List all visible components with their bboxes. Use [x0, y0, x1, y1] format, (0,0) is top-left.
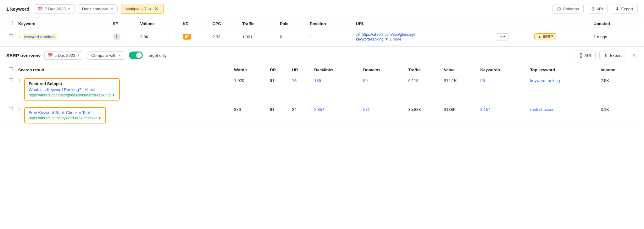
serp-row-words-1: 1,020 — [231, 75, 267, 104]
serp-row-checkbox — [6, 75, 16, 104]
export-icon: ⬇ — [615, 6, 619, 11]
header-traffic: Traffic — [240, 18, 277, 29]
serp-row-dr-1: 91 — [267, 75, 290, 104]
top-keyword-link-1[interactable]: keyword ranking — [530, 78, 560, 83]
serp-row-checkbox-2 — [6, 104, 16, 127]
header-cpc: CPC — [210, 18, 240, 29]
row-keyword: ✓ keyword rankings — [16, 29, 110, 45]
serp-results-table: Search result Words DR UR Backlinks Doma… — [6, 64, 638, 127]
row-traffic: 1,801 — [240, 29, 277, 45]
result-url-1: https://ahrefs.com/seo/glossary/keyword-… — [29, 93, 111, 97]
header-position: Position — [307, 18, 353, 29]
serp-select-all-checkbox[interactable] — [9, 67, 13, 71]
result-url-arrow-2[interactable]: ▼ — [98, 116, 102, 120]
serp-header-keywords: Keywords — [478, 64, 527, 75]
serp-row-traffic-1: 6,115 — [406, 75, 441, 104]
serp-row-backlinks-1: 185 — [312, 75, 360, 104]
serp-date-picker-button[interactable]: 📅 5 Dec 2023 ▼ — [44, 51, 83, 60]
serp-row-top-keyword-2: rank checker — [528, 104, 598, 127]
columns-button[interactable]: ⊞ Columns — [552, 4, 584, 14]
row-url: 🔗 https://ahrefs.com/seo/glossary/keywor… — [353, 29, 493, 45]
serp-header-checkbox — [6, 64, 16, 75]
serp-header-search-result: Search result — [16, 64, 231, 75]
serp-row-keywords-1: 96 — [478, 75, 527, 104]
api-button-serp[interactable]: {} API — [575, 51, 596, 60]
api-icon: {} — [591, 6, 594, 11]
api-button-top[interactable]: {} API — [587, 4, 608, 14]
serp-row-dr-2: 91 — [267, 104, 290, 127]
top-keyword-link-2[interactable]: rank checker — [530, 107, 553, 112]
serp-table-wrapper: Search result Words DR UR Backlinks Doma… — [0, 64, 644, 127]
header-keyword: Keyword — [16, 18, 110, 29]
result-url-arrow-1[interactable]: ▼ — [112, 93, 115, 97]
target-only-label: Target only — [147, 53, 167, 58]
dont-compare-button[interactable]: Don't compare ▼ — [78, 4, 118, 14]
serp-overview-title: SERP overview — [6, 53, 41, 58]
result-title-link-1[interactable]: What is a Keyword Ranking? - Ahrefs — [29, 87, 115, 92]
select-all-checkbox[interactable] — [9, 21, 13, 25]
export-button-top[interactable]: ⬇ Export — [611, 4, 638, 14]
serp-row-traffic-2: 85,838 — [406, 104, 441, 127]
row-paid: 0 — [277, 29, 307, 45]
trend-button[interactable]: ↗ ▼ — [496, 33, 508, 41]
close-multiple-urls-icon[interactable]: ✕ — [153, 6, 159, 12]
serp-header-traffic: Traffic — [406, 64, 441, 75]
serp-row-result-2: 4 Free Keyword Rank Checker Tool https:/… — [16, 104, 231, 127]
serp-header-ur: UR — [290, 64, 312, 75]
export-button-serp[interactable]: ⬇ Export — [599, 51, 626, 60]
header-paid: Paid — [277, 18, 307, 29]
more-results-link[interactable]: ▼ 1 more — [385, 37, 401, 41]
serp-header-dr: DR — [267, 64, 290, 75]
row-volume: 3.9K — [138, 29, 180, 45]
close-serp-button[interactable]: ✕ — [630, 52, 638, 59]
serp-row-volume-1: 2.5K — [598, 75, 638, 104]
serp-overview-bar: SERP overview 📅 5 Dec 2023 ▼ Compare wit… — [0, 46, 644, 64]
serp-row-domains-1: 99 — [361, 75, 406, 104]
trend-icon: ↗ — [499, 35, 502, 39]
serp-row-volume-2: 3.1K — [598, 104, 638, 127]
serp-header-words: Words — [231, 64, 267, 75]
multiple-urls-button[interactable]: Multiple URLs ✕ — [121, 4, 164, 14]
serp-row-result: 1 Featured Snippet What is a Keyword Ran… — [16, 75, 231, 104]
row-select-checkbox[interactable] — [9, 34, 13, 38]
header-updated: Updated — [591, 18, 638, 29]
result-url-2: https://ahrefs.com/keyword-rank-checker — [29, 116, 97, 120]
result-position-2: 4 — [18, 107, 20, 112]
keywords-table: Keyword SF Volume KD CPC Traffic Paid Po… — [6, 18, 638, 45]
caret-icon: ▼ — [68, 7, 71, 11]
serp-header-domains: Domains — [361, 64, 406, 75]
serp-row-value-1: $14.1K — [441, 75, 478, 104]
result-position: 1 — [18, 78, 20, 83]
external-link-icon: 🔗 — [356, 32, 361, 37]
row-trend: ↗ ▼ — [493, 29, 532, 45]
serp-row-select-checkbox[interactable] — [9, 78, 13, 82]
header-volume: Volume — [138, 18, 180, 29]
serp-button[interactable]: ▲ SERP — [534, 33, 557, 40]
serp-row-words-2: 876 — [231, 104, 267, 127]
serp-row-ur-2: 24 — [290, 104, 312, 127]
caret-icon: ▼ — [77, 54, 80, 57]
result-title-link-2[interactable]: Free Keyword Rank Checker Tool — [29, 110, 101, 115]
serp-row-top-keyword-1: keyword ranking — [528, 75, 598, 104]
result-box-2: Free Keyword Rank Checker Tool https://a… — [24, 107, 106, 123]
row-serp: ▲ SERP — [532, 29, 591, 45]
header-sf: SF — [110, 18, 138, 29]
api-icon-serp: {} — [580, 53, 582, 58]
featured-snippet-label: Featured Snippet — [29, 81, 115, 86]
compare-with-button[interactable]: Compare with ▼ — [87, 51, 125, 60]
header-serp — [532, 18, 591, 29]
date-picker-button[interactable]: 📅 7 Dec 2023 ▼ — [34, 4, 75, 14]
calendar-icon-serp: 📅 — [48, 53, 53, 58]
serp-header-volume: Volume — [598, 64, 638, 75]
row-checkbox — [6, 29, 16, 45]
top-toolbar: 1 keyword 📅 7 Dec 2023 ▼ Don't compare ▼… — [0, 0, 644, 18]
keyword-link[interactable]: keyword rankings — [23, 34, 57, 40]
serp-row-select-checkbox-2[interactable] — [9, 107, 13, 111]
serp-row-domains-2: 571 — [361, 104, 406, 127]
checkmark-icon: ✓ — [18, 35, 22, 39]
serp-table-row: 4 Free Keyword Rank Checker Tool https:/… — [6, 104, 638, 127]
caret-icon: ▼ — [503, 35, 506, 38]
target-only-toggle[interactable] — [129, 52, 143, 59]
row-updated: 1 d ago — [591, 29, 638, 45]
serp-header-top-keyword: Top keyword — [528, 64, 598, 75]
